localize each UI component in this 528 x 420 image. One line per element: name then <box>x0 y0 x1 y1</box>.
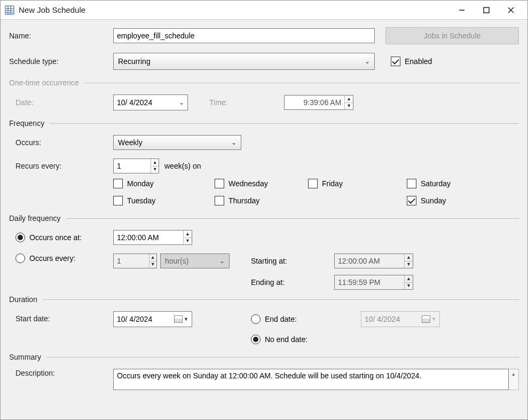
one-time-legend: One-time occurrence <box>9 78 79 87</box>
start-date-picker[interactable]: 10/ 4/2024 ▼ <box>113 311 192 327</box>
titlebar: New Job Schedule <box>1 1 527 20</box>
name-label: Name: <box>9 31 113 40</box>
day-wednesday-label: Wednesday <box>228 179 268 188</box>
end-date-picker: 10/ 4/2024 ▼ <box>361 311 440 327</box>
summary-section: Summary Description: ▲ <box>9 353 519 390</box>
daily-frequency-section: Daily frequency Occurs once at: ▲▼ O <box>9 214 519 290</box>
occurs-every-unit-value: hour(s) <box>165 257 188 265</box>
calendar-icon <box>422 315 430 323</box>
day-saturday-checkbox[interactable] <box>407 179 416 188</box>
no-end-date-label: No end date: <box>265 335 308 344</box>
occurs-select[interactable]: Weekly ⌄ <box>113 135 241 150</box>
day-thursday-checkbox[interactable] <box>215 196 224 205</box>
frequency-section: Frequency Occurs: Weekly ⌄ Recurs every:… <box>9 119 519 205</box>
maximize-button[interactable] <box>474 1 499 20</box>
one-time-time-label: Time: <box>209 98 284 107</box>
day-monday-label: Monday <box>127 179 154 188</box>
day-friday-label: Friday <box>322 179 343 188</box>
day-wednesday-checkbox[interactable] <box>215 179 224 188</box>
ending-at-input: ▲▼ <box>334 275 413 290</box>
duration-legend: Duration <box>9 295 37 304</box>
spin-up-icon: ▲ <box>151 255 155 260</box>
spin-down-icon: ▼ <box>406 262 411 267</box>
description-scrollbar[interactable]: ▲ <box>509 369 519 390</box>
daily-frequency-legend: Daily frequency <box>9 214 61 223</box>
occurs-value: Weekly <box>118 138 143 147</box>
starting-at-input: ▲▼ <box>334 253 413 268</box>
spin-down-icon: ▼ <box>406 283 411 288</box>
spin-up-icon: ▲ <box>406 255 411 260</box>
recurs-every-input[interactable]: ▲▼ <box>113 159 159 173</box>
new-job-schedule-window: New Job Schedule Name: Jobs in Schedule … <box>0 0 528 420</box>
no-end-date-radio[interactable] <box>251 335 261 344</box>
duration-section: Duration Start date: 10/ 4/2024 ▼ End da… <box>9 295 519 344</box>
chevron-down-icon: ⌄ <box>219 257 225 265</box>
start-date-label: Start date: <box>15 311 113 323</box>
occurs-every-unit-select: hour(s) ⌄ <box>160 253 230 268</box>
day-friday-checkbox[interactable] <box>308 179 318 188</box>
one-time-time-input: ▲▼ <box>284 95 353 110</box>
minimize-button[interactable] <box>450 1 474 20</box>
one-time-date-value: 10/ 4/2024 <box>117 98 152 107</box>
calendar-icon <box>174 315 183 323</box>
day-tuesday-checkbox[interactable] <box>113 196 123 205</box>
recurs-label: Recurs every: <box>15 162 113 170</box>
spin-up-icon: ▲ <box>153 160 157 165</box>
chevron-down-icon: ⌄ <box>365 58 370 65</box>
spin-up-icon: ▲ <box>185 232 190 236</box>
day-sunday-label: Sunday <box>421 196 446 205</box>
occurs-once-time-input[interactable]: ▲▼ <box>113 230 192 245</box>
occurs-label: Occurs: <box>15 138 113 147</box>
close-button[interactable] <box>499 1 523 20</box>
ending-at-label: Ending at: <box>251 278 334 287</box>
end-date-value: 10/ 4/2024 <box>365 315 400 323</box>
schedule-type-select[interactable]: Recurring ⌄ <box>113 53 375 70</box>
scroll-up-icon[interactable]: ▲ <box>509 369 519 379</box>
end-date-radio[interactable] <box>251 314 261 324</box>
spin-down-icon: ▼ <box>185 239 190 243</box>
enabled-label: Enabled <box>405 57 432 66</box>
end-date-label: End date: <box>265 315 361 323</box>
schedule-type-label: Schedule type: <box>9 57 113 66</box>
occurs-every-radio[interactable] <box>15 253 25 263</box>
dropdown-icon: ▼ <box>184 317 188 322</box>
spin-down-icon: ▼ <box>346 104 351 108</box>
description-textarea[interactable] <box>113 369 509 390</box>
day-sunday-checkbox[interactable] <box>407 196 416 205</box>
description-label: Description: <box>15 369 113 377</box>
occurs-every-value-input: ▲▼ <box>113 253 157 268</box>
start-date-value: 10/ 4/2024 <box>117 315 152 323</box>
occurs-once-label: Occurs once at: <box>29 233 82 242</box>
day-tuesday-label: Tuesday <box>127 196 155 205</box>
spin-up-icon: ▲ <box>406 276 411 281</box>
occurs-once-radio[interactable] <box>15 233 25 242</box>
app-icon <box>5 5 14 15</box>
summary-legend: Summary <box>9 353 41 361</box>
enabled-checkbox[interactable] <box>391 57 400 66</box>
spin-up-icon: ▲ <box>346 97 351 101</box>
name-input[interactable] <box>113 28 375 43</box>
starting-at-label: Starting at: <box>251 257 334 265</box>
chevron-down-icon: ⌄ <box>231 139 237 146</box>
frequency-legend: Frequency <box>9 119 44 128</box>
spin-down-icon: ▼ <box>153 167 157 172</box>
one-time-section: One-time occurrence Date: 10/ 4/2024 ⌄ T… <box>9 78 519 110</box>
dropdown-icon: ▼ <box>431 317 436 322</box>
occurs-every-label: Occurs every: <box>29 254 75 263</box>
chevron-down-icon: ⌄ <box>179 99 184 106</box>
svg-rect-7 <box>484 7 489 13</box>
day-saturday-label: Saturday <box>421 179 451 188</box>
one-time-date-picker: 10/ 4/2024 ⌄ <box>113 94 188 110</box>
svg-rect-0 <box>5 6 14 14</box>
window-title: New Job Schedule <box>19 5 450 14</box>
one-time-date-label: Date: <box>15 98 113 107</box>
jobs-in-schedule-button[interactable]: Jobs in Schedule <box>385 27 519 44</box>
day-thursday-label: Thursday <box>228 196 259 205</box>
day-monday-checkbox[interactable] <box>113 179 123 188</box>
recurs-unit-label: week(s) on <box>164 162 201 170</box>
spin-down-icon: ▼ <box>151 262 155 267</box>
schedule-type-value: Recurring <box>118 57 151 66</box>
